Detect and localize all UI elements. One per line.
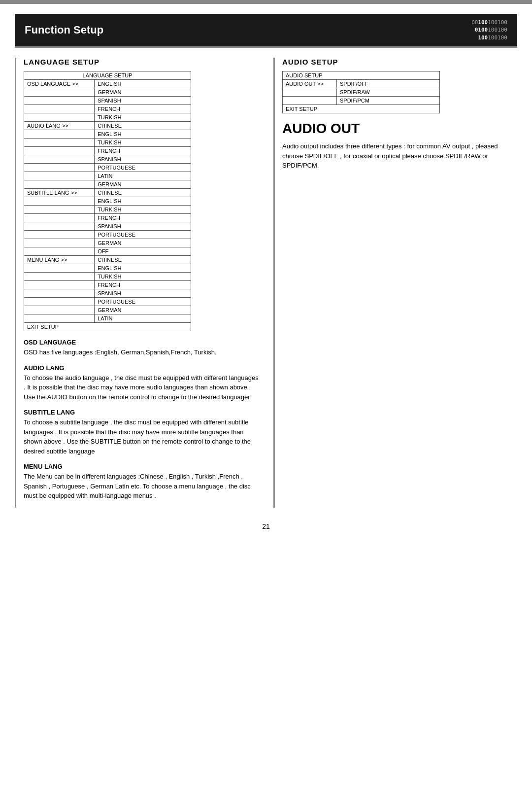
audio-out-description: Audio output includes three different ty… xyxy=(282,141,517,171)
table-row: SPDIF/PCM xyxy=(283,97,440,105)
table-row: SPANISH xyxy=(24,289,191,298)
table-row: ENGLISH xyxy=(24,197,191,206)
table-row: AUDIO LANG >> CHINESE xyxy=(24,122,191,130)
audio-lang-label: AUDIO LANG >> xyxy=(24,122,95,130)
table-row: LATIN xyxy=(24,314,191,323)
table-row: SPANISH xyxy=(24,155,191,164)
table-row: GERMAN xyxy=(24,306,191,314)
table-row: TURKISH xyxy=(24,139,191,147)
table-row: AUDIO OUT >> SPDIF/OFF xyxy=(283,80,440,88)
table-row: LATIN xyxy=(24,172,191,180)
table-row: TURKISH xyxy=(24,206,191,214)
table-row: PORTUGUESE xyxy=(24,231,191,239)
spdif-off-value: SPDIF/OFF xyxy=(337,80,440,88)
table-row: OSD LANGUAGE >> ENGLISH xyxy=(24,80,191,88)
main-content: LANGUAGE SETUP LANGUAGE SETUP OSD LANGUA… xyxy=(15,58,517,508)
audio-lang-description: AUDIO LANG To choose the audio language … xyxy=(24,364,259,402)
table-row: SPANISH xyxy=(24,222,191,231)
table-row: PORTUGUESE xyxy=(24,164,191,172)
subtitle-lang-desc-text: To choose a subtitle language , the disc… xyxy=(24,417,259,456)
top-decorative-bar xyxy=(0,0,532,4)
table-row: FRENCH xyxy=(24,105,191,113)
menu-lang-desc-title: MENU LANG xyxy=(24,463,259,470)
table-row: FRENCH xyxy=(24,214,191,222)
left-panel: LANGUAGE SETUP LANGUAGE SETUP OSD LANGUA… xyxy=(15,58,259,508)
page-header: Function Setup 00100100100 0100100100 10… xyxy=(15,14,517,46)
subtitle-lang-label: SUBTITLE LANG >> xyxy=(24,189,95,197)
header-divider xyxy=(15,46,517,48)
table-header-row: AUDIO SETUP xyxy=(283,71,440,80)
table-row: FRENCH xyxy=(24,281,191,289)
exit-setup-row: EXIT SETUP xyxy=(283,105,440,113)
osd-language-description: OSD LANGUAGE OSD has five languages :Eng… xyxy=(24,339,259,357)
table-row: ENGLISH xyxy=(24,264,191,273)
table-row: GERMAN xyxy=(24,88,191,97)
osd-language-label: OSD LANGUAGE >> xyxy=(24,80,95,88)
osd-language-desc-text: OSD has five languages :English, German,… xyxy=(24,347,259,357)
menu-lang-desc-text: The Menu can be in different languages :… xyxy=(24,472,259,501)
table-row: SUBTITLE LANG >> CHINESE xyxy=(24,189,191,197)
binary-decoration: 00100100100 0100100100 100100100 xyxy=(471,19,507,41)
language-setup-title: LANGUAGE SETUP xyxy=(24,58,259,66)
exit-setup-row: EXIT SETUP xyxy=(24,323,191,331)
audio-table-header: AUDIO SETUP xyxy=(283,71,440,80)
table-row: OFF xyxy=(24,247,191,256)
audio-lang-desc-text: To choose the audio language , the disc … xyxy=(24,373,259,402)
osd-language-english: ENGLISH xyxy=(95,80,191,88)
table-row: SPANISH xyxy=(24,97,191,105)
subtitle-lang-description: SUBTITLE LANG To choose a subtitle langu… xyxy=(24,409,259,456)
table-row: TURKISH xyxy=(24,273,191,281)
table-header-row: LANGUAGE SETUP xyxy=(24,71,191,80)
menu-lang-description: MENU LANG The Menu can be in different l… xyxy=(24,463,259,501)
menu-lang-label: MENU LANG >> xyxy=(24,256,95,264)
audio-lang-desc-title: AUDIO LANG xyxy=(24,364,259,372)
language-setup-table: LANGUAGE SETUP OSD LANGUAGE >> ENGLISH G… xyxy=(24,71,191,331)
osd-language-desc-title: OSD LANGUAGE xyxy=(24,339,259,346)
page-number: 21 xyxy=(0,522,532,530)
audio-setup-table: AUDIO SETUP AUDIO OUT >> SPDIF/OFF SPDIF… xyxy=(282,71,440,113)
right-panel: AUDIO SETUP AUDIO SETUP AUDIO OUT >> SPD… xyxy=(273,58,517,508)
table-row: PORTUGUESE xyxy=(24,298,191,306)
table-row: TURKISH xyxy=(24,113,191,122)
audio-out-heading: AUDIO OUT xyxy=(282,121,517,137)
table-row: FRENCH xyxy=(24,147,191,155)
audio-out-label: AUDIO OUT >> xyxy=(283,80,337,88)
table-row: SPDIF/RAW xyxy=(283,88,440,97)
spdif-raw-value: SPDIF/RAW xyxy=(337,88,440,97)
spdif-pcm-value: SPDIF/PCM xyxy=(337,97,440,105)
page-title: Function Setup xyxy=(25,24,103,36)
table-row: GERMAN xyxy=(24,239,191,247)
table-row: MENU LANG >> CHINESE xyxy=(24,256,191,264)
table-row: ENGLISH xyxy=(24,130,191,139)
language-table-header: LANGUAGE SETUP xyxy=(24,71,191,80)
subtitle-lang-desc-title: SUBTITLE LANG xyxy=(24,409,259,416)
audio-setup-title: AUDIO SETUP xyxy=(282,58,517,66)
table-row: GERMAN xyxy=(24,180,191,189)
